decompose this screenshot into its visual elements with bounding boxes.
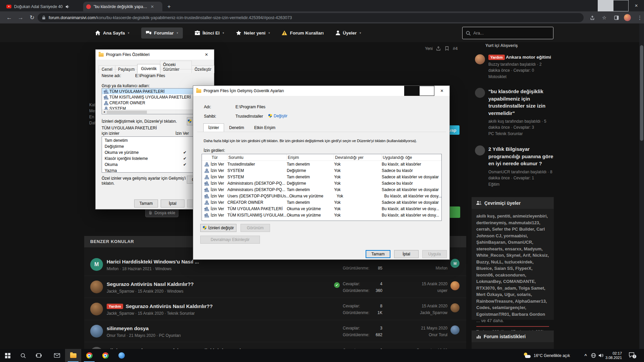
profile-avatar[interactable] — [623, 13, 632, 22]
thread-title[interactable]: Segurazo Antivirüs Nasıl Kaldırılır?? — [107, 281, 194, 287]
dialog-title-bar[interactable]: Program Files Özellikleri ✕ — [96, 50, 214, 60]
col-principal[interactable]: Sorumlu — [227, 154, 287, 161]
last-poster-avatar[interactable]: M — [450, 259, 460, 268]
dialog-close-icon[interactable]: ✕ — [434, 86, 449, 96]
sidebar-top-fragment[interactable]: Yurt içi Alışveriş — [485, 43, 518, 48]
nav-item-members[interactable]: Üyeler▾ — [336, 31, 361, 36]
tab-forum-active[interactable]: "bu klasörde değişiklik yapabilmi ✕ — [83, 2, 162, 11]
thread-row[interactable]: silinmeyen dosya Onur Torul · 21 Mayıs 2… — [84, 320, 466, 342]
window-minimize-icon[interactable] — [598, 0, 613, 11]
tab-youtube[interactable]: Doğukan Adal Saniyede 40 — [3, 2, 82, 11]
dialog-close-icon[interactable]: ✕ — [199, 50, 214, 60]
thread-title[interactable]: Ankara motor eğitimi — [506, 55, 551, 60]
taskbar-clock[interactable]: 02:17 3.08.2021 — [603, 349, 622, 362]
post-bookmark-icon[interactable] — [445, 46, 449, 52]
table-row[interactable]: İzin VerTrustedInstallerTam denetimYokBu… — [202, 161, 441, 167]
thread-title[interactable]: silinmeyen dosya — [107, 325, 149, 331]
nav-item-forums[interactable]: Forumlar▾ — [141, 27, 183, 39]
tab-previous-versions[interactable]: Önceki Sürümler — [160, 61, 192, 73]
taskbar-weather-widget[interactable]: 16°C Genellikle açık — [523, 349, 570, 362]
avatar[interactable] — [90, 303, 103, 315]
attach-file-button[interactable]: Dosya ekle — [145, 208, 178, 217]
menu-kebab-icon[interactable]: ⋮ — [635, 13, 644, 22]
tray-network-icon[interactable] — [590, 349, 597, 362]
start-button[interactable] — [0, 349, 15, 362]
table-row[interactable]: İzin VerTÜM KISITLANMIŞ UYGULAM...Okuma … — [202, 212, 441, 218]
col-applies[interactable]: Uygulandığı öğe — [382, 154, 441, 161]
dialog-maximize-icon[interactable] — [419, 86, 434, 96]
change-owner-link[interactable]: Değiştir — [268, 114, 287, 118]
avatar[interactable]: M — [90, 258, 103, 271]
tab-audio-icon[interactable] — [65, 5, 69, 9]
tab-security[interactable]: Güvenlik — [137, 64, 160, 73]
share-icon[interactable] — [588, 13, 597, 22]
sidebar-thread[interactable]: Yardım Ankara motor eğitimi Buzzy tarafı… — [475, 54, 554, 79]
col-type[interactable]: Tür — [211, 154, 227, 161]
last-poster[interactable]: Mixfon — [403, 266, 447, 273]
cancel-button[interactable]: İptal — [394, 250, 419, 258]
online-members-more[interactable]: ... ve 47 daha. — [476, 318, 549, 323]
online-members-list[interactable]: akıllı kuş, pentiti, animeizleyenbiri, d… — [476, 213, 549, 317]
tab-effective-access[interactable]: Etkin Erişim — [249, 123, 280, 132]
table-row[interactable]: İzin VerCREATOR OWNERTam denetimYokSadec… — [202, 199, 441, 205]
thread-title[interactable]: Segurazo Antivirüs Nasıl Kaldırılır?? — [126, 303, 213, 309]
table-header[interactable]: Tür Sorumlu Erişim Devralındığı yer Uygu… — [202, 154, 441, 161]
avatar[interactable] — [475, 145, 485, 156]
taskbar-explorer-button[interactable] — [65, 349, 81, 362]
avatar[interactable] — [90, 325, 103, 338]
last-poster[interactable]: Jackk_Sparrow — [403, 310, 447, 317]
taskbar-chrome-button[interactable] — [81, 349, 97, 362]
taskbar-mail-button[interactable] — [49, 349, 65, 362]
taskbar-search-button[interactable] — [15, 349, 31, 362]
address-bar[interactable]: forum.donanimarsivi.com/konu/bu-klasoerd… — [38, 13, 584, 22]
last-poster-avatar[interactable] — [450, 325, 460, 335]
table-row[interactable]: İzin VerSYSTEMDeğiştirmeYokSadece bu kla… — [202, 167, 441, 174]
lock-icon[interactable] — [42, 15, 46, 20]
apply-button[interactable]: Uygula — [422, 250, 447, 258]
col-inherited[interactable]: Devralındığı yer — [334, 154, 382, 161]
advanced-security-dialog[interactable]: Program Files İçin Gelişmiş Güvenlik Aya… — [193, 85, 450, 260]
thread-title[interactable]: 2 Yıllık Bilgisayar programcılığı puanın… — [488, 145, 554, 167]
sidebar-thread[interactable]: "bu klasörde değişiklik yapabilmeniz içi… — [475, 88, 554, 136]
table-row[interactable]: İzin VerTÜM UYGULAMA PAKETLERİOkuma ve y… — [202, 205, 441, 212]
bookmark-star-icon[interactable]: ☆ — [600, 13, 609, 22]
taskbar-blue-app-button[interactable] — [113, 349, 129, 362]
reload-icon[interactable]: ↻ — [28, 13, 37, 22]
thread-title[interactable]: Harici Harddiskteki Windows'u Nasıl ... — [107, 259, 199, 264]
scrollbar[interactable] — [639, 23, 644, 349]
window-close-icon[interactable]: ✕ — [629, 0, 644, 11]
tray-chevron-up-icon[interactable]: ^ — [582, 349, 589, 362]
post-share-icon[interactable] — [436, 46, 441, 52]
tab-audit[interactable]: Denetim — [224, 123, 249, 132]
forward-icon[interactable]: → — [16, 13, 25, 22]
action-center-button[interactable]: 2 — [626, 349, 637, 362]
side-panel-icon[interactable] — [612, 13, 621, 22]
tab-close-icon[interactable]: ✕ — [150, 4, 154, 9]
thread-forum[interactable]: Motosiklet — [488, 74, 554, 79]
ok-button[interactable]: Tamam — [134, 199, 158, 207]
last-poster-avatar[interactable] — [450, 303, 460, 312]
permission-entries-table[interactable]: Tür Sorumlu Erişim Devralındığı yer Uygu… — [202, 154, 442, 221]
change-permissions-button[interactable]: İzinleri değiştir — [200, 224, 236, 232]
back-icon[interactable]: ← — [5, 13, 14, 22]
post-number[interactable]: #4 — [453, 46, 458, 51]
table-row[interactable]: İzin VerAdministrators (DESKTOP-PQ...Tam… — [202, 186, 441, 193]
nav-item-rules[interactable]: Forum Kuralları — [282, 31, 324, 36]
thread-row[interactable]: YardımSegurazo Antivirüs Nasıl Kaldırılı… — [84, 298, 466, 320]
thread-title[interactable]: "bu klasörde değişiklik yapabilmeniz içi… — [488, 88, 554, 117]
table-row[interactable]: İzin VerSYSTEMTam denetimYokSadece alt k… — [202, 174, 441, 180]
last-poster[interactable]: Onur Torul — [403, 333, 447, 339]
enable-inheritance-button[interactable]: Devralmayı Etkinleştir — [200, 236, 260, 244]
thread-row[interactable]: Segurazo Antivirüs Nasıl Kaldırılır?? Ja… — [84, 276, 466, 298]
scrollbar-thumb[interactable] — [640, 45, 643, 141]
search-box[interactable] — [462, 27, 553, 39]
table-row[interactable]: İzin VerUsers (DESKTOP-PQ5FUHB\Us...Okum… — [202, 193, 441, 199]
tab-permissions[interactable]: İzinler — [203, 123, 224, 132]
search-input[interactable] — [473, 31, 544, 36]
window-maximize-icon[interactable] — [613, 0, 629, 11]
nav-item-home[interactable]: Ana Sayfa▾ — [95, 31, 129, 36]
last-poster[interactable]: usper — [403, 288, 447, 295]
scroll-left-icon[interactable]: ◀ — [102, 110, 106, 114]
new-tab-button[interactable]: + — [165, 3, 173, 11]
task-view-button[interactable] — [31, 349, 46, 362]
